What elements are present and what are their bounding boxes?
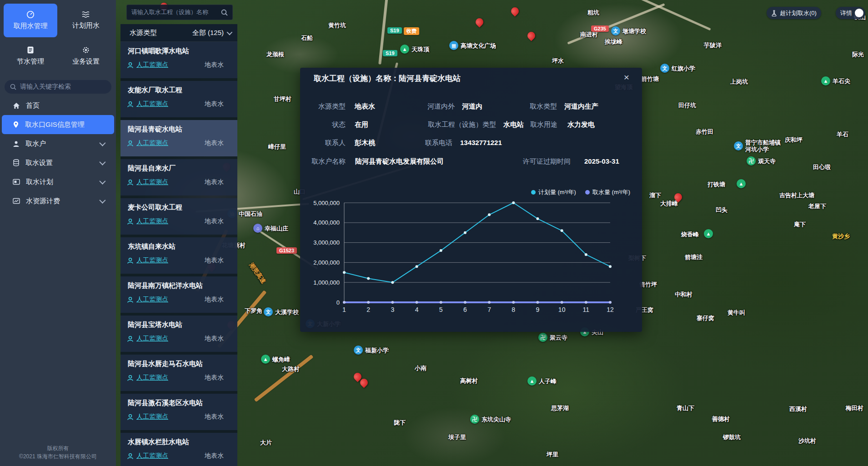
hotel-icon: ⌂ — [253, 224, 262, 233]
station-list-item[interactable]: 陆河县激石溪老区水电站人工监测点地表水 — [120, 394, 237, 430]
station-search-placeholder: 请输入取水工程（设施）名称 — [131, 8, 218, 16]
person-icon — [127, 218, 134, 225]
intake-line-chart: 01,000,0002,000,0003,000,0004,000,0005,0… — [300, 190, 642, 327]
monitor-type-link[interactable]: 人工监测点 — [136, 413, 168, 421]
chevron-down-icon — [227, 29, 233, 35]
field-label: 取水类型 — [457, 102, 557, 111]
station-list-item[interactable]: 陆河县自来水厂人工监测点地表水 — [120, 159, 237, 195]
sidebar-item-4[interactable]: 取水设置 — [0, 153, 116, 172]
menu-label: 取水户 — [25, 140, 46, 148]
map-place-label: 善德村 — [712, 416, 730, 422]
monitor-type-link[interactable]: 人工监测点 — [136, 139, 168, 147]
chevron-down-icon — [99, 178, 105, 185]
map-poi-mountain: ▲天珠顶 — [400, 45, 429, 54]
close-icon[interactable]: × — [624, 72, 629, 82]
monitor-type-link[interactable]: 人工监测点 — [136, 256, 168, 265]
water-source-type: 地表水 — [205, 139, 224, 147]
map-place-label: 坝子里 — [448, 434, 466, 441]
station-name: 东坑镇自来水站 — [128, 242, 176, 251]
water-source-type: 地表水 — [205, 413, 224, 421]
module-tile-3[interactable]: 节水管理 — [4, 39, 57, 73]
sidebar-item-2[interactable]: 取水口GIS信息管理 — [2, 115, 114, 134]
school-icon: 文 — [264, 307, 273, 316]
map-place-label: 陇下 — [394, 419, 406, 426]
station-map-pin[interactable] — [474, 16, 485, 27]
station-list-item[interactable]: 东坑镇自来水站人工监测点地表水 — [120, 237, 237, 274]
module-tile-2[interactable]: 计划用水 — [59, 4, 113, 37]
sidebar: 取用水管理计划用水节水管理业务设置 请输入关键字检索 首页取水口GIS信息管理取… — [0, 0, 116, 466]
map-place-label: 梅田村 — [846, 405, 863, 411]
road-badge: 收费 — [404, 27, 419, 35]
svg-text:10: 10 — [558, 306, 566, 313]
detail-label: 详情 — [840, 9, 852, 17]
svg-text:3: 3 — [391, 306, 394, 313]
flask-icon — [771, 10, 777, 16]
monitor-type-link[interactable]: 人工监测点 — [136, 61, 168, 69]
station-map-pin[interactable] — [509, 5, 520, 16]
station-detail-modal: 取水工程（设施）名称：陆河县青碇水电站 × 水源类型地表水河道内外河道内取水类型… — [300, 68, 642, 332]
map-poi-label: 人子峰 — [539, 378, 557, 385]
map-place-label: 石船 — [301, 35, 313, 41]
map-place-label: 小南 — [415, 365, 426, 371]
map-poi-building: ▦高塘文化广场 — [449, 41, 496, 50]
station-list-item[interactable]: 陆河县水唇走马石水电站人工监测点地表水 — [120, 355, 237, 391]
over-plan-intake-button[interactable]: 超计划取水(0) — [767, 7, 821, 19]
station-list-item[interactable]: 水唇镇水栏肚水电站人工监测点地表水 — [120, 433, 237, 466]
home-icon — [13, 102, 20, 109]
sidebar-item-1[interactable]: 首页 — [0, 96, 116, 115]
module-tile-4[interactable]: 业务设置 — [59, 39, 113, 73]
monitor-type-link[interactable]: 人工监测点 — [136, 452, 168, 460]
map-place-label: 赤竹田 — [696, 128, 713, 135]
map-place-label: 庵下 — [794, 221, 806, 228]
monitor-type-link[interactable]: 人工监测点 — [136, 296, 168, 304]
water-source-type: 地表水 — [205, 178, 224, 186]
map-poi-school: 文普宁市船埔镇 河坑小学 — [734, 139, 781, 153]
svg-text:4: 4 — [415, 306, 419, 313]
road-badge: S19 — [383, 50, 397, 56]
water-source-type: 地表水 — [205, 100, 224, 108]
station-search-input[interactable]: 请输入取水工程（设施）名称 — [126, 5, 233, 20]
menu-label: 首页 — [26, 101, 40, 110]
station-list-item[interactable]: 友能水厂取水工程人工监测点地表水 — [120, 81, 237, 117]
source-type-filter[interactable]: 全部 (125) — [192, 29, 231, 37]
station-list-panel: 水源类型 全部 (125) 河口镇唱歌潭水电站人工监测点地表水友能水厂取水工程人… — [120, 24, 237, 466]
module-tiles: 取用水管理计划用水节水管理业务设置 — [4, 4, 113, 73]
module-tile-1[interactable]: 取用水管理 — [4, 4, 57, 37]
field-label: 河道内外 — [355, 102, 455, 111]
station-list-item[interactable]: 麦卡公司取水工程人工监测点地表水 — [120, 198, 237, 235]
map-place-label: 田仔坑 — [678, 102, 696, 109]
sidebar-item-6[interactable]: 水资源计费 — [0, 191, 116, 210]
station-name: 陆河县自来水厂 — [128, 164, 176, 173]
monitor-type-link[interactable]: 人工监测点 — [136, 217, 168, 225]
station-list-item[interactable]: 陆河县宝塔水电站人工监测点地表水 — [120, 316, 237, 352]
station-list-item[interactable]: 陆河县青碇水电站人工监测点地表水 — [120, 120, 237, 156]
monitor-type-link[interactable]: 人工监测点 — [136, 374, 168, 382]
sidebar-item-5[interactable]: 取水计划 — [0, 172, 116, 191]
map-poi-mountain: ▲螺角嶂 — [261, 355, 290, 364]
keyword-search-input[interactable]: 请输入关键字检索 — [5, 80, 111, 94]
svg-text:5: 5 — [439, 306, 443, 313]
station-map-pin[interactable] — [526, 30, 537, 41]
svg-text:6: 6 — [463, 306, 467, 313]
map-poi-label: 福新小学 — [365, 347, 389, 354]
svg-text:1: 1 — [342, 306, 346, 313]
station-list-item[interactable]: 陆河县南万镇杞洋水电站人工监测点地表水 — [120, 276, 237, 313]
map-place-label: 坪里 — [547, 451, 558, 458]
field-label: 许可证过期时间 — [471, 157, 571, 166]
field-label: 水源类型 — [246, 102, 346, 111]
map-poi-mountain: ▲ — [704, 229, 713, 238]
monitor-type-link[interactable]: 人工监测点 — [136, 335, 168, 343]
card-icon — [13, 179, 20, 185]
filter-label: 水源类型 — [130, 29, 157, 37]
tile-label: 计划用水 — [72, 21, 100, 30]
water-source-type: 地表水 — [205, 296, 224, 304]
map-place-label: 芋陂洋 — [704, 42, 722, 49]
sidebar-item-3[interactable]: 取水户 — [0, 134, 116, 153]
map-place-label: 甘坪村 — [274, 95, 291, 102]
map-poi-label: 聚云寺 — [550, 334, 567, 341]
detail-toggle[interactable]: 详情 — [836, 7, 865, 19]
monitor-type-link[interactable]: 人工监测点 — [136, 178, 168, 186]
station-name: 水唇镇水栏肚水电站 — [128, 438, 189, 446]
station-list-item[interactable]: 河口镇唱歌潭水电站人工监测点地表水 — [120, 42, 237, 78]
monitor-type-link[interactable]: 人工监测点 — [136, 100, 168, 108]
